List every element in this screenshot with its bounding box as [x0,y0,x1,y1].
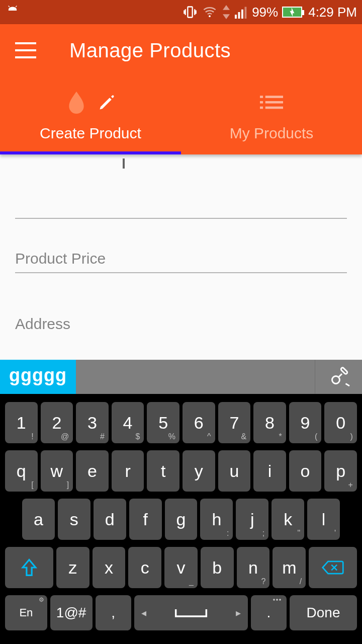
tab-create-product[interactable]: Create Product [0,76,181,154]
svg-line-14 [339,374,342,377]
svg-rect-13 [340,367,348,375]
key-z[interactable]: z [56,547,89,588]
key-n[interactable]: n? [237,547,270,588]
key-s[interactable]: s [58,499,90,540]
placeholder: Product Price [15,250,106,267]
key-k[interactable]: k" [272,499,304,540]
key-9[interactable]: 9( [289,402,322,443]
key-g[interactable]: g [165,499,198,540]
key-r[interactable]: r [112,450,144,492]
key-t[interactable]: t [147,450,179,492]
svg-point-1 [209,15,211,17]
svg-rect-5 [245,7,247,19]
key-y[interactable]: y [183,450,215,492]
tab-label: Create Product [40,125,141,142]
svg-point-12 [332,376,339,384]
key-5[interactable]: 5% [147,402,179,443]
key-x[interactable]: x [93,547,126,588]
key-done[interactable]: Done [290,595,357,630]
tab-label: My Products [230,125,314,142]
key-1[interactable]: 1! [5,402,38,443]
clock: 4:29 PM [308,5,357,20]
menu-icon[interactable] [15,42,36,58]
key-j[interactable]: j; [236,499,268,540]
android-icon [5,5,20,20]
svg-rect-3 [238,12,240,19]
key-7[interactable]: 7& [218,402,251,443]
key-w[interactable]: w] [41,450,73,492]
tab-my-products[interactable]: My Products [181,76,362,154]
tab-underline [0,151,181,154]
placeholder: Address [15,315,70,332]
svg-rect-11 [265,106,283,109]
keyboard-settings-icon[interactable] [315,360,362,394]
key-3[interactable]: 3# [76,402,109,443]
key-i[interactable]: i [253,450,286,492]
suggestion-empty[interactable] [76,360,315,394]
status-left [5,5,20,20]
key-d[interactable]: d [94,499,126,540]
svg-rect-8 [260,101,263,103]
key-e[interactable]: e [76,450,109,492]
key-f[interactable]: f [129,499,162,540]
page-title: Manage Products [69,39,231,62]
key-space[interactable]: ◂ ▸ [134,595,248,630]
svg-rect-7 [265,96,283,98]
key-row-1: 1!2@3#4$5%6^7&8*9(0) [5,402,357,443]
pencil-icon [98,94,116,112]
battery-percent: 99% [252,5,278,20]
data-arrows-icon [222,5,231,19]
key-q[interactable]: q[ [5,450,38,492]
keyboard-suggestion-bar: ggggg [0,360,362,394]
svg-rect-9 [265,101,283,103]
key-v[interactable]: v_ [164,547,198,588]
key-h[interactable]: h: [200,499,233,540]
key-4[interactable]: 4$ [112,402,144,443]
list-icon [260,94,283,111]
key-period[interactable]: . [251,595,287,630]
key-backspace[interactable] [309,547,357,588]
caret-stub [123,158,125,169]
key-o[interactable]: o [289,450,322,492]
key-6[interactable]: 6^ [183,402,215,443]
status-bar: 99% 4:29 PM [0,0,362,24]
soft-keyboard: 1!2@3#4$5%6^7&8*9(0) q[w]ertyuiop+ asdfg… [0,394,362,644]
key-row-4: zxcv_bn?m/ [5,547,357,588]
key-row-bottom: En 1@# , ◂ ▸ . Done [5,595,357,630]
key-c[interactable]: c [128,547,161,588]
svg-rect-4 [241,10,243,19]
key-u[interactable]: u [218,450,251,492]
key-row-3: asdfgh:j;k"l' [5,499,357,540]
battery-icon [282,7,302,18]
signal-icon [235,5,248,19]
key-8[interactable]: 8* [253,402,286,443]
key-row-2: q[w]ertyuiop+ [5,450,357,492]
key-shift[interactable] [5,547,53,588]
svg-rect-6 [260,96,263,98]
input-previous[interactable] [15,166,347,219]
wifi-icon [202,5,218,19]
key-a[interactable]: a [22,499,55,540]
key-p[interactable]: p+ [324,450,357,492]
svg-rect-2 [235,15,237,19]
input-address[interactable]: Address [15,273,347,338]
form-content: Product Price Address [0,154,362,360]
key-0[interactable]: 0) [324,402,357,443]
key-language[interactable]: En [5,595,47,630]
suggestion-word[interactable]: ggggg [0,360,76,394]
status-right: 99% 4:29 PM [183,5,357,20]
app-header: Manage Products Create Product [0,24,362,154]
key-comma[interactable]: , [96,595,131,630]
key-b[interactable]: b [201,547,234,588]
svg-rect-10 [260,106,263,109]
key-l[interactable]: l' [307,499,340,540]
key-m[interactable]: m/ [273,547,306,588]
svg-rect-0 [188,7,192,18]
drop-icon [65,90,87,116]
vibrate-icon [183,5,198,19]
key-symbols[interactable]: 1@# [50,595,93,630]
key-2[interactable]: 2@ [41,402,73,443]
input-product-price[interactable]: Product Price [15,219,347,273]
tabs: Create Product My Products [0,76,362,154]
